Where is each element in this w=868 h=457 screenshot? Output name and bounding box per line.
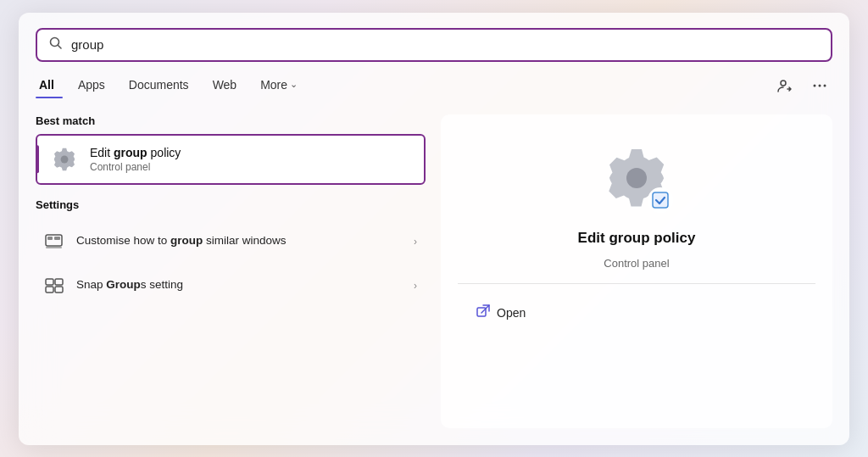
chevron-right-icon-1: › — [414, 236, 417, 248]
right-panel-subtitle: Control panel — [604, 257, 669, 270]
best-match-text: Edit group policy Control panel — [90, 146, 181, 173]
best-match-label: Best match — [36, 114, 426, 127]
svg-point-15 — [626, 168, 647, 188]
svg-rect-9 — [54, 237, 60, 240]
svg-point-4 — [819, 84, 821, 86]
main-content: Best match Edit group policy — [36, 114, 832, 428]
best-match-title: Edit group policy — [90, 146, 181, 159]
settings-item-text-1: Customise how to group similar windows — [76, 233, 403, 248]
right-panel-icon — [598, 140, 675, 216]
settings-item-text-2: Snap Groups setting — [76, 277, 403, 293]
svg-rect-10 — [46, 247, 62, 248]
svg-rect-16 — [653, 192, 668, 208]
right-panel: Edit group policy Control panel Open — [441, 114, 832, 428]
gpedit-icon — [49, 144, 80, 175]
ellipsis-icon — [812, 78, 827, 93]
svg-rect-13 — [46, 287, 53, 293]
taskbar-icon — [42, 230, 66, 254]
svg-rect-11 — [46, 279, 53, 285]
svg-point-3 — [814, 84, 816, 86]
settings-label: Settings — [36, 198, 426, 211]
tab-documents[interactable]: Documents — [117, 75, 201, 97]
person-switch-icon — [776, 77, 793, 94]
tab-all[interactable]: All — [36, 75, 66, 97]
search-panel: All Apps Documents Web More ⌄ — [19, 13, 849, 445]
chevron-down-icon: ⌄ — [290, 79, 298, 90]
svg-point-5 — [824, 84, 826, 86]
svg-rect-8 — [47, 237, 53, 240]
tabs-row: All Apps Documents Web More ⌄ — [36, 74, 832, 101]
svg-rect-14 — [55, 287, 63, 293]
open-label: Open — [497, 306, 526, 320]
open-button[interactable]: Open — [466, 298, 536, 328]
right-panel-divider — [458, 283, 815, 284]
settings-item-snap-groups[interactable]: Snap Groups setting › — [36, 265, 426, 306]
svg-point-2 — [781, 81, 786, 86]
settings-item-group-windows[interactable]: Customise how to group similar windows › — [36, 221, 426, 262]
right-panel-title: Edit group policy — [578, 230, 696, 247]
svg-point-6 — [61, 155, 69, 163]
tab-web[interactable]: Web — [201, 75, 249, 97]
more-options-button[interactable] — [807, 75, 832, 97]
search-input[interactable] — [71, 37, 819, 52]
person-switch-button[interactable] — [771, 74, 798, 98]
check-badge — [648, 187, 673, 213]
search-icon — [49, 36, 63, 53]
best-match-subtitle: Control panel — [90, 161, 181, 173]
svg-rect-12 — [55, 279, 63, 285]
best-match-section: Best match Edit group policy — [36, 114, 426, 185]
left-panel: Best match Edit group policy — [36, 114, 426, 428]
tab-apps[interactable]: Apps — [66, 75, 117, 97]
open-external-icon — [476, 304, 490, 321]
search-bar — [36, 28, 832, 62]
chevron-right-icon-2: › — [414, 280, 417, 292]
svg-line-1 — [58, 45, 62, 48]
settings-section: Settings Customise how to group similar … — [36, 198, 426, 306]
snap-icon — [42, 274, 66, 298]
svg-rect-7 — [46, 235, 62, 246]
best-match-item[interactable]: Edit group policy Control panel — [36, 134, 426, 185]
tabs-actions — [771, 74, 832, 98]
tab-more[interactable]: More ⌄ — [248, 75, 309, 97]
